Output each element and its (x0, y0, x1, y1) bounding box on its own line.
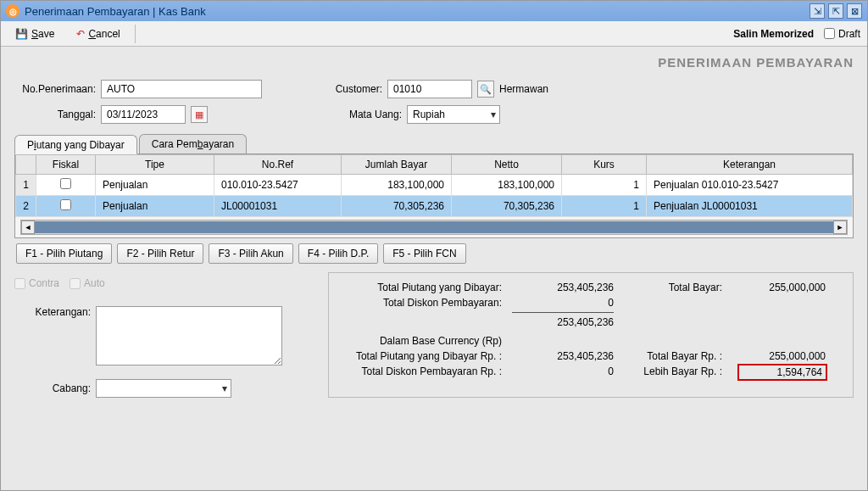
tanggal-input[interactable] (101, 105, 186, 124)
f5-button[interactable]: F5 - Pilih FCN (383, 243, 465, 264)
mata-uang-combobox[interactable]: Rupiah (407, 105, 500, 124)
restore-out-icon[interactable]: ⇲ (810, 3, 825, 19)
grid-wrap: Fiskal Tipe No.Ref Jumlah Bayar Netto Ku… (14, 153, 854, 238)
action-buttons: F1 - Pilih Piutang F2 - Pilih Retur F3 -… (14, 238, 854, 269)
fiskal-cell[interactable] (36, 196, 96, 217)
keterangan-textarea[interactable] (96, 306, 282, 365)
cabang-combobox[interactable] (96, 379, 231, 398)
kurs-cell[interactable]: 1 (562, 175, 647, 196)
base-currency-label: Dalam Base Currency (Rp) (342, 335, 512, 347)
title-controls: ⇲ ⇱ ⊠ (810, 3, 862, 19)
customer-search-button[interactable]: 🔍 (477, 81, 494, 98)
col-kurs[interactable]: Kurs (562, 155, 647, 175)
total-piutang-label: Total Piutang yang Dibayar: (342, 282, 512, 293)
contra-checkbox (14, 278, 25, 289)
ket-cell[interactable]: Penjualan JL00001031 (647, 196, 853, 217)
table-row[interactable]: 1 Penjualan 010.010-23.5427 183,100,000 … (16, 175, 853, 196)
horizontal-scrollbar[interactable]: ◄ ► (20, 220, 848, 235)
rownum: 2 (16, 196, 36, 217)
window-frame: ◎ Penerimaan Pembayaran | Kas Bank ⇲ ⇱ ⊠… (0, 0, 868, 491)
fiskal-checkbox[interactable] (60, 178, 71, 189)
ket-cell[interactable]: Penjualan 010.010-23.5427 (647, 175, 853, 196)
tipe-cell[interactable]: Penjualan (96, 175, 214, 196)
noref-cell[interactable]: JL00001031 (214, 196, 342, 217)
content-area: PENERIMAAN PEMBAYARAN No.Penerimaan: Cus… (1, 47, 867, 490)
customer-label: Customer: (321, 83, 382, 95)
save-button[interactable]: 💾 Save (8, 25, 62, 43)
total-piutang-rp-val: 253,405,236 (512, 350, 614, 362)
fiskal-checkbox[interactable] (60, 199, 71, 210)
netto-cell[interactable]: 183,100,000 (452, 175, 562, 196)
scroll-track[interactable] (35, 221, 833, 233)
lebih-bayar-rp-label: Lebih Bayar Rp. : (614, 365, 732, 379)
maximize-icon[interactable]: ⇱ (828, 3, 843, 19)
cabang-label: Cabang: (14, 382, 91, 394)
save-label: ave (38, 28, 54, 40)
f1-button[interactable]: F1 - Pilih Piutang (16, 243, 112, 264)
col-netto[interactable]: Netto (452, 155, 562, 175)
tab-cara-bayar[interactable]: Cara Pembayaran (139, 134, 247, 153)
total-bayar-rp-val: 255,000,000 (732, 350, 826, 362)
cancel-button[interactable]: ↶ Cancel (69, 25, 127, 43)
noref-cell[interactable]: 010.010-23.5427 (214, 175, 342, 196)
customer-code-input[interactable] (387, 80, 472, 98)
save-icon: 💾 (15, 28, 28, 40)
col-rownum (16, 155, 36, 175)
search-icon: 🔍 (480, 84, 492, 95)
col-jumlah[interactable]: Jumlah Bayar (342, 155, 452, 175)
col-tipe[interactable]: Tipe (96, 155, 214, 175)
salin-memorized-link[interactable]: Salin Memorized (733, 28, 814, 40)
netto-cell[interactable]: 70,305,236 (452, 196, 562, 217)
auto-checkbox (70, 278, 81, 289)
mata-uang-value: Rupiah (413, 109, 445, 120)
lebih-bayar-rp-val: 1,594,764 (739, 365, 826, 379)
total-piutang-val: 253,405,236 (512, 282, 614, 293)
total-diskon-val: 0 (512, 297, 614, 309)
f4-button[interactable]: F4 - Pilih D.P. (298, 243, 378, 264)
table-row[interactable]: 2 Penjualan JL00001031 70,305,236 70,305… (16, 196, 853, 217)
close-icon[interactable]: ⊠ (847, 3, 862, 19)
subtotal-divider (512, 312, 614, 313)
subtotal-val: 253,405,236 (512, 316, 614, 328)
calendar-button[interactable]: ▦ (191, 106, 208, 123)
summary-panel: Total Piutang yang Dibayar: 253,405,236 … (328, 272, 854, 398)
total-diskon-label: Total Diskon Pembayaran: (342, 297, 512, 309)
rownum: 1 (16, 175, 36, 196)
no-penerimaan-label: No.Penerimaan: (14, 83, 96, 95)
toolbar-right: Salin Memorized Draft (733, 28, 860, 40)
lower-left: Contra Auto Keterangan: Cabang: (14, 272, 320, 398)
tabs: Piutang yang Dibayar Cara Pembayaran (14, 134, 854, 153)
app-icon: ◎ (6, 4, 19, 18)
scroll-right-icon[interactable]: ► (833, 220, 847, 234)
f2-button[interactable]: F2 - Pilih Retur (117, 243, 203, 264)
jumlah-cell[interactable]: 70,305,236 (342, 196, 452, 217)
total-diskon-rp-val: 0 (512, 365, 614, 379)
contra-label: Contra (29, 277, 59, 289)
title-bar: ◎ Penerimaan Pembayaran | Kas Bank ⇲ ⇱ ⊠ (1, 1, 867, 21)
customer-name: Hermawan (499, 83, 548, 95)
jumlah-cell[interactable]: 183,100,000 (342, 175, 452, 196)
tipe-cell[interactable]: Penjualan (96, 196, 214, 217)
col-keterangan[interactable]: Keterangan (647, 155, 853, 175)
f3-button[interactable]: F3 - Pilih Akun (209, 243, 292, 264)
undo-icon: ↶ (76, 28, 85, 40)
col-fiskal[interactable]: Fiskal (36, 155, 96, 175)
fiskal-cell[interactable] (36, 175, 96, 196)
total-bayar-label: Total Bayar: (614, 282, 732, 293)
total-bayar-rp-label: Total Bayar Rp. : (614, 350, 732, 362)
piutang-table: Fiskal Tipe No.Ref Jumlah Bayar Netto Ku… (15, 154, 853, 217)
draft-checkbox[interactable] (824, 28, 835, 39)
toolbar: 💾 Save ↶ Cancel Salin Memorized Draft (1, 21, 867, 47)
total-diskon-rp-label: Total Diskon Pembayaran Rp. : (342, 365, 512, 379)
tanggal-label: Tanggal: (14, 109, 96, 120)
col-noref[interactable]: No.Ref (214, 155, 342, 175)
draft-checkbox-wrap[interactable]: Draft (824, 28, 860, 40)
kurs-cell[interactable]: 1 (562, 196, 647, 217)
window-title: Penerimaan Pembayaran | Kas Bank (25, 5, 810, 18)
scroll-left-icon[interactable]: ◄ (21, 220, 35, 234)
total-piutang-rp-label: Total Piutang yang Dibayar Rp. : (342, 350, 512, 362)
no-penerimaan-input[interactable] (101, 80, 262, 98)
tab-piutang[interactable]: Piutang yang Dibayar (14, 135, 137, 154)
keterangan-label: Keterangan: (14, 306, 91, 318)
total-bayar-val: 255,000,000 (732, 282, 826, 293)
